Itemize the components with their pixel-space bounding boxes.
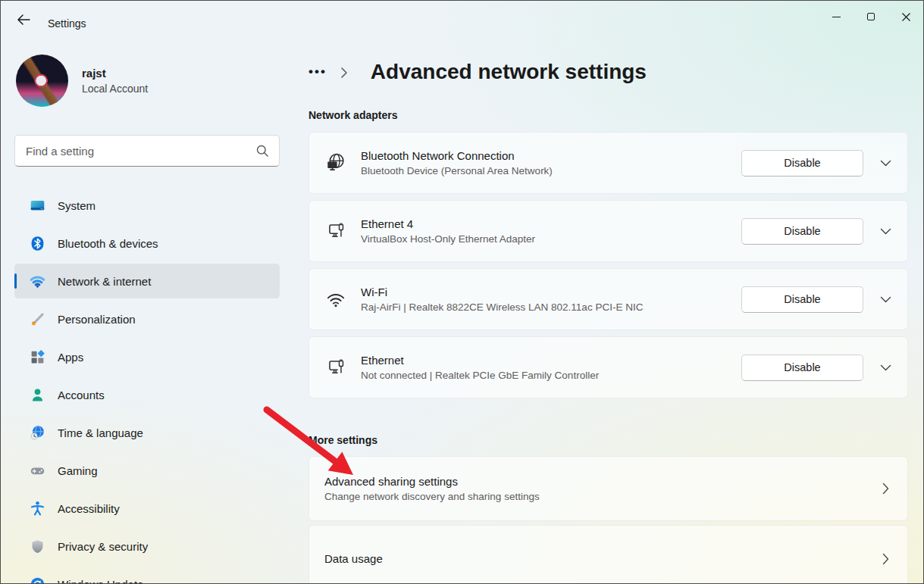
selected-accent-bar — [14, 273, 17, 289]
sidebar-item-apps[interactable]: Apps — [14, 339, 280, 374]
sidebar-item-accessibility[interactable]: Accessibility — [14, 491, 280, 526]
chevron-down-icon[interactable] — [875, 153, 895, 173]
chevron-down-icon[interactable] — [875, 358, 895, 377]
wifi-adapter-icon — [324, 288, 347, 311]
sidebar-item-privacy-security[interactable]: Privacy & security — [14, 529, 280, 564]
adapter-title: Ethernet — [361, 354, 741, 367]
more-settings-header: More settings — [309, 434, 377, 446]
user-name: rajst — [82, 67, 148, 80]
maximize-button[interactable] — [854, 1, 888, 33]
sidebar-item-system[interactable]: System — [14, 188, 280, 223]
adapter-text: Ethernet 4 VirtualBox Host-Only Ethernet… — [361, 217, 741, 245]
shield-icon — [30, 539, 45, 554]
paintbrush-icon — [30, 311, 45, 327]
disable-button[interactable]: Disable — [741, 286, 863, 313]
chevron-right-icon — [340, 67, 348, 79]
avatar — [16, 55, 68, 107]
sidebar-item-personalization[interactable]: Personalization — [14, 301, 280, 336]
adapter-row-ethernet-4[interactable]: Ethernet 4 VirtualBox Host-Only Ethernet… — [309, 200, 908, 262]
gamepad-icon — [30, 463, 45, 479]
sidebar-item-label: Network & internet — [58, 275, 151, 288]
disable-button[interactable]: Disable — [741, 218, 863, 245]
ethernet-adapter-icon — [324, 356, 347, 379]
globe-monitor-icon — [324, 151, 347, 174]
minimize-button[interactable] — [819, 1, 854, 33]
back-button[interactable] — [10, 8, 37, 31]
adapter-text: Ethernet Not connected | Realtek PCIe Gb… — [361, 354, 741, 381]
adapter-title: Bluetooth Network Connection — [361, 149, 741, 162]
sidebar-item-bluetooth-devices[interactable]: Bluetooth & devices — [14, 226, 280, 261]
minimize-icon — [832, 17, 841, 17]
adapter-text: Wi-Fi Raj-AirFi | Realtek 8822CE Wireles… — [361, 286, 741, 313]
close-icon — [902, 13, 910, 21]
person-icon — [30, 387, 45, 403]
chevron-right-icon — [874, 553, 889, 565]
page-title: Advanced network settings — [371, 60, 647, 84]
sidebar-item-label: System — [58, 199, 96, 212]
chevron-down-icon[interactable] — [875, 289, 895, 309]
wifi-icon — [30, 273, 45, 289]
adapter-title: Wi-Fi — [361, 286, 741, 298]
accessibility-icon — [30, 501, 45, 517]
sidebar-item-label: Windows Update — [58, 578, 143, 584]
search-icon — [256, 145, 268, 157]
account-type: Local Account — [82, 83, 148, 95]
window-title: Settings — [48, 17, 86, 30]
back-arrow-icon — [17, 14, 30, 25]
sidebar-item-label: Personalization — [58, 313, 136, 326]
row-text: Advanced sharing settings Change network… — [324, 475, 874, 502]
adapter-text: Bluetooth Network Connection Bluetooth D… — [361, 149, 741, 176]
adapter-row-ethernet[interactable]: Ethernet Not connected | Realtek PCIe Gb… — [309, 336, 908, 398]
profile-text: rajst Local Account — [82, 67, 148, 95]
settings-window: Settings rajst Local Account Find a sett… — [0, 0, 924, 584]
sidebar: System Bluetooth & devices Network & int… — [14, 188, 280, 584]
adapters-section-header: Network adapters — [309, 109, 397, 121]
titlebar: Settings — [1, 1, 923, 37]
advanced-sharing-settings-row[interactable]: Advanced sharing settings Change network… — [309, 456, 908, 521]
search-placeholder: Find a setting — [26, 145, 256, 158]
chevron-down-icon[interactable] — [875, 221, 895, 241]
sidebar-item-label: Privacy & security — [58, 540, 148, 553]
adapter-row-wifi[interactable]: Wi-Fi Raj-AirFi | Realtek 8822CE Wireles… — [309, 268, 908, 330]
sidebar-item-label: Apps — [58, 351, 83, 364]
adapter-subtitle: Not connected | Realtek PCIe GbE Family … — [361, 370, 741, 381]
row-title: Data usage — [324, 552, 874, 565]
user-profile[interactable]: rajst Local Account — [16, 55, 148, 107]
sidebar-item-network-internet[interactable]: Network & internet — [14, 264, 280, 298]
sidebar-item-windows-update[interactable]: Windows Update — [14, 567, 280, 584]
breadcrumb-more-button[interactable]: ••• — [309, 68, 327, 76]
breadcrumb: ••• Advanced network settings — [309, 55, 647, 89]
chevron-right-icon — [874, 483, 889, 495]
disable-button[interactable]: Disable — [741, 150, 863, 176]
adapter-title: Ethernet 4 — [361, 217, 741, 230]
disable-button[interactable]: Disable — [741, 354, 863, 381]
ethernet-adapter-icon — [324, 220, 347, 242]
adapter-subtitle: Raj-AirFi | Realtek 8822CE Wireless LAN … — [361, 301, 741, 313]
sidebar-item-accounts[interactable]: Accounts — [14, 377, 280, 412]
row-subtitle: Change network discovery and sharing set… — [324, 491, 874, 502]
data-usage-row[interactable]: Data usage — [309, 525, 908, 584]
sidebar-item-label: Gaming — [58, 464, 98, 477]
maximize-icon — [867, 13, 875, 20]
close-button[interactable] — [888, 1, 923, 33]
bluetooth-icon — [30, 236, 45, 251]
row-title: Advanced sharing settings — [324, 475, 874, 488]
system-icon — [30, 198, 45, 214]
adapter-row-bluetooth-network[interactable]: Bluetooth Network Connection Bluetooth D… — [309, 132, 908, 194]
sidebar-item-label: Accessibility — [58, 502, 120, 515]
adapter-subtitle: Bluetooth Device (Personal Area Network) — [361, 165, 741, 176]
sidebar-item-gaming[interactable]: Gaming — [14, 453, 280, 488]
sidebar-item-label: Accounts — [58, 389, 105, 401]
sidebar-item-time-language[interactable]: Time & language — [14, 415, 280, 450]
sidebar-item-label: Time & language — [58, 426, 143, 439]
update-icon — [30, 576, 45, 584]
window-controls — [819, 1, 923, 33]
search-input[interactable]: Find a setting — [14, 135, 280, 167]
apps-icon — [30, 349, 45, 365]
adapter-subtitle: VirtualBox Host-Only Ethernet Adapter — [361, 233, 741, 245]
globe-clock-icon — [30, 425, 45, 441]
sidebar-item-label: Bluetooth & devices — [58, 237, 158, 250]
